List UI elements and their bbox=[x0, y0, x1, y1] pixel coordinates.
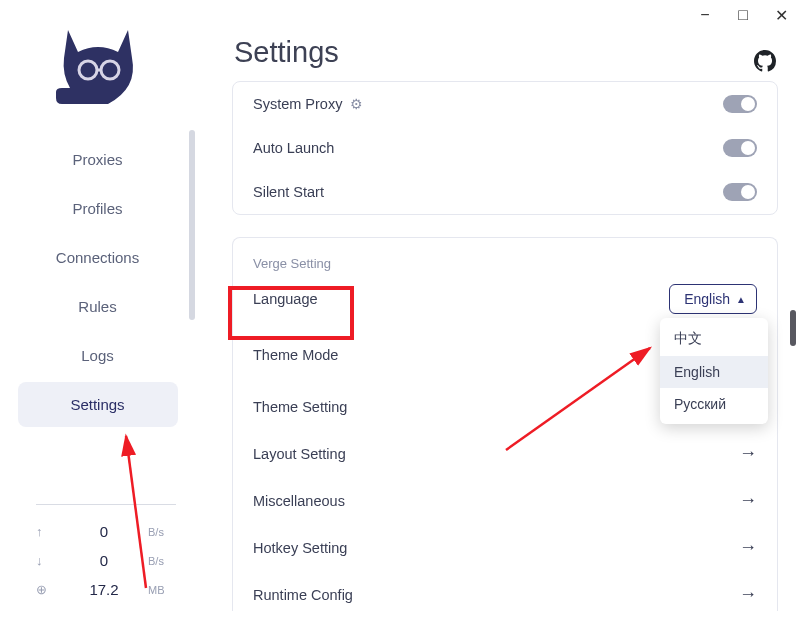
language-option-en[interactable]: English bbox=[660, 356, 768, 388]
row-miscellaneous[interactable]: Miscellaneous → bbox=[233, 477, 777, 524]
sidebar-item-proxies[interactable]: Proxies bbox=[18, 137, 178, 182]
upload-icon: ↑ bbox=[36, 524, 60, 539]
stat-download-unit: B/s bbox=[148, 555, 176, 567]
row-label-layout-setting: Layout Setting bbox=[253, 446, 346, 462]
stat-upload-unit: B/s bbox=[148, 526, 176, 538]
sidebar-item-connections[interactable]: Connections bbox=[18, 235, 178, 280]
stat-upload: ↑ 0 B/s bbox=[36, 523, 176, 540]
toggle-system-proxy[interactable] bbox=[723, 95, 757, 113]
app-logo bbox=[48, 18, 148, 113]
arrow-right-icon: → bbox=[739, 490, 757, 511]
download-icon: ↓ bbox=[36, 553, 60, 568]
toggle-silent-start[interactable] bbox=[723, 183, 757, 201]
verge-section-label: Verge Setting bbox=[233, 238, 777, 271]
row-hotkey-setting[interactable]: Hotkey Setting → bbox=[233, 524, 777, 571]
gear-icon[interactable]: ⚙ bbox=[350, 96, 363, 112]
stat-memory-value: 17.2 bbox=[60, 581, 148, 598]
row-label-auto-launch: Auto Launch bbox=[253, 140, 334, 156]
stat-upload-value: 0 bbox=[60, 523, 148, 540]
sidebar-nav: Proxies Profiles Connections Rules Logs … bbox=[18, 137, 178, 427]
main-scrollbar[interactable] bbox=[790, 310, 796, 346]
row-label-miscellaneous: Miscellaneous bbox=[253, 493, 345, 509]
stat-download-value: 0 bbox=[60, 552, 148, 569]
language-select-value: English bbox=[684, 291, 730, 307]
sidebar-item-profiles[interactable]: Profiles bbox=[18, 186, 178, 231]
row-layout-setting[interactable]: Layout Setting → bbox=[233, 430, 777, 477]
sidebar-scrollbar[interactable] bbox=[189, 130, 195, 320]
stat-memory-unit: MB bbox=[148, 584, 176, 596]
row-label-language: Language bbox=[253, 291, 318, 307]
sidebar-item-logs[interactable]: Logs bbox=[18, 333, 178, 378]
stat-memory: ⊕ 17.2 MB bbox=[36, 581, 176, 598]
arrow-right-icon: → bbox=[739, 537, 757, 558]
sidebar-item-settings[interactable]: Settings bbox=[18, 382, 178, 427]
toggle-auto-launch[interactable] bbox=[723, 139, 757, 157]
github-icon[interactable] bbox=[754, 50, 776, 72]
stat-download: ↓ 0 B/s bbox=[36, 552, 176, 569]
row-auto-launch: Auto Launch bbox=[233, 126, 777, 170]
sidebar: Proxies Profiles Connections Rules Logs … bbox=[0, 0, 195, 636]
row-silent-start: Silent Start bbox=[233, 170, 777, 214]
arrow-right-icon: → bbox=[739, 584, 757, 605]
arrow-right-icon: → bbox=[739, 443, 757, 464]
row-label-silent-start: Silent Start bbox=[253, 184, 324, 200]
row-system-proxy: System Proxy ⚙ bbox=[233, 82, 777, 126]
language-option-zh[interactable]: 中文 bbox=[660, 322, 768, 356]
chevron-up-icon: ▲ bbox=[736, 294, 746, 305]
system-settings-card: System Proxy ⚙ Auto Launch Silent Start bbox=[232, 81, 778, 215]
chip-icon: ⊕ bbox=[36, 582, 60, 597]
language-option-ru[interactable]: Русский bbox=[660, 388, 768, 420]
traffic-stats: ↑ 0 B/s ↓ 0 B/s ⊕ 17.2 MB bbox=[36, 504, 176, 598]
sidebar-item-rules[interactable]: Rules bbox=[18, 284, 178, 329]
row-label-theme-mode: Theme Mode bbox=[253, 347, 338, 363]
language-dropdown: 中文 English Русский bbox=[660, 318, 768, 424]
language-select[interactable]: English ▲ bbox=[669, 284, 757, 314]
verge-settings-card: Verge Setting Language English ▲ Theme M… bbox=[232, 237, 778, 611]
row-label-theme-setting: Theme Setting bbox=[253, 399, 347, 415]
row-label-hotkey-setting: Hotkey Setting bbox=[253, 540, 347, 556]
row-label-runtime-config: Runtime Config bbox=[253, 587, 353, 603]
row-runtime-config[interactable]: Runtime Config → bbox=[233, 571, 777, 607]
page-title: Settings bbox=[234, 36, 800, 69]
row-label-system-proxy: System Proxy bbox=[253, 96, 342, 112]
cat-body-icon bbox=[56, 30, 133, 104]
